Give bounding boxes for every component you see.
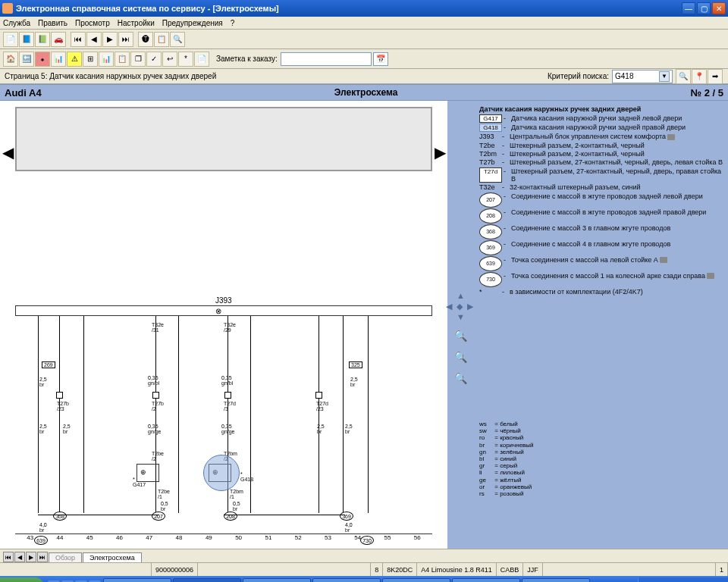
tool-btn[interactable]: 🔙 xyxy=(19,52,34,67)
start-button[interactable]: пуск xyxy=(0,577,44,582)
tool-btn[interactable]: 📗 xyxy=(35,32,50,47)
legend-row[interactable]: T2bm-Штекерный разъем, 2-контактный, чер… xyxy=(479,150,723,158)
legend-row[interactable]: T27d-Штекерный разъем, 27-контактный, че… xyxy=(479,167,723,183)
menu-help[interactable]: ? xyxy=(231,19,235,27)
note-input[interactable] xyxy=(281,52,372,66)
legend-row[interactable]: T2be-Штекерный разъем, 2-контактный, чер… xyxy=(479,142,723,149)
tool-btn[interactable]: 📋 xyxy=(115,52,130,67)
close-button[interactable]: ✕ xyxy=(712,2,726,14)
page-number: № 2 / 5 xyxy=(691,87,723,99)
page-prev-arrow[interactable]: ◀ xyxy=(2,139,13,166)
legend-row[interactable]: 639-Точка соединения с массой на левой с… xyxy=(479,256,723,271)
color-legend-row: or = оранжевый xyxy=(479,483,534,490)
legend-row[interactable]: 368-Соединение с массой 3 в главном жгут… xyxy=(479,224,723,239)
pan-right-arrow[interactable]: ▶ xyxy=(467,302,476,311)
zoom-in-icon[interactable]: 🔍 xyxy=(454,351,468,365)
color-legend-row: gn = зелёный xyxy=(479,449,534,455)
menu-warnings[interactable]: Предупреждения xyxy=(162,19,223,27)
legend-row[interactable]: *-в зависимости от комплектации (4F2/4K7… xyxy=(479,288,723,296)
minimize-button[interactable]: — xyxy=(682,2,695,14)
camera-icon[interactable] xyxy=(707,273,714,279)
tool-btn[interactable]: * xyxy=(178,52,193,67)
legend-symbol: T27d xyxy=(479,167,502,183)
toolbar-secondary: 🏠 🔙 ⬥ 📊 ⚠ ⊞ 📊 📋 ❐ ✓ ↩ * 📄 Заметка к зака… xyxy=(0,49,728,69)
tab-diagram[interactable]: Электросхема xyxy=(83,552,142,562)
zoom-out-icon[interactable]: 🔍 xyxy=(454,372,468,386)
tool-btn[interactable]: ⊞ xyxy=(83,52,98,67)
export-button[interactable]: ➡ xyxy=(708,69,723,84)
tool-btn[interactable]: 📋 xyxy=(154,32,169,47)
tool-btn[interactable]: ↩ xyxy=(162,52,177,67)
tool-btn[interactable]: 📊 xyxy=(99,52,114,67)
pan-center[interactable]: ◆ xyxy=(457,302,466,311)
pan-left-arrow[interactable]: ◀ xyxy=(446,302,455,311)
legend-row[interactable]: J393-Центральный блок управления систем … xyxy=(479,133,723,140)
tool-btn[interactable]: 🔍 xyxy=(170,32,185,47)
tab-last[interactable]: ⏭ xyxy=(37,552,48,562)
zoom-fit-icon[interactable]: 🔍 xyxy=(454,330,468,343)
tool-btn[interactable]: 📊 xyxy=(51,52,66,67)
bus-bar xyxy=(15,305,432,316)
nav-next-button[interactable]: ▶ xyxy=(102,32,118,47)
tab-overview[interactable]: Обзор xyxy=(49,552,82,562)
pan-up-arrow[interactable]: ▲ xyxy=(457,291,466,300)
legend-text: Датчика касания наружной ручки задней ле… xyxy=(511,114,723,123)
legend-text: Датчика касания наружной ручки задней пр… xyxy=(511,124,723,132)
calendar-button[interactable]: 📅 xyxy=(373,52,388,66)
menu-service[interactable]: Служба xyxy=(3,19,30,27)
tool-btn[interactable]: 📘 xyxy=(19,32,34,47)
legend-row[interactable]: T32e-32-контактный штекерный разъем, син… xyxy=(479,183,723,191)
legend-symbol: G418 xyxy=(479,124,502,132)
menu-view[interactable]: Просмотр xyxy=(75,19,110,27)
tool-btn[interactable]: 📄 xyxy=(194,52,209,67)
taskbar-item[interactable]: Схема монтажа … xyxy=(452,578,520,582)
tool-btn[interactable]: 🅣 xyxy=(138,32,153,47)
status-cyl: 8 xyxy=(371,563,383,576)
legend-row[interactable]: 369-Соединение с массой 4 в главном жгут… xyxy=(479,240,723,255)
tool-btn[interactable]: ⬥ xyxy=(35,52,50,67)
page-next-arrow[interactable]: ▶ xyxy=(435,139,445,166)
nav-prev-button[interactable]: ◀ xyxy=(86,32,102,47)
legend-row[interactable]: G417-Датчика касания наружной ручки задн… xyxy=(479,114,723,123)
menu-edit[interactable]: Править xyxy=(38,19,67,27)
color-legend-row: ws = белый xyxy=(479,421,534,427)
ccu-symbol: ⊗ xyxy=(215,307,221,315)
legend-symbol: 368 xyxy=(479,224,502,239)
locate-button[interactable]: 📍 xyxy=(692,69,707,84)
pan-down-arrow[interactable]: ▼ xyxy=(457,312,466,321)
maximize-button[interactable]: ▢ xyxy=(697,2,711,14)
doc-header: Audi A4 Электросхема № 2 / 5 xyxy=(0,84,728,101)
legend-row[interactable]: 207-Соединение с массой в жгуте проводов… xyxy=(479,192,723,208)
wiring-diagram[interactable]: J393 ⊗ T32e /31T32e /292693252,5 br2,5 b… xyxy=(15,107,432,549)
tool-btn[interactable]: ❐ xyxy=(130,52,146,67)
legend-row[interactable]: 730-Точка соединения с массой 1 на колес… xyxy=(479,272,723,287)
status-trans: JJF xyxy=(523,563,543,576)
tool-btn[interactable]: 🏠 xyxy=(3,52,18,67)
doc-type: Электросхема xyxy=(42,87,691,98)
tab-next[interactable]: ▶ xyxy=(26,552,36,562)
taskbar-item[interactable]: Clipboard - Irfan… xyxy=(382,578,450,582)
tool-btn[interactable]: ✓ xyxy=(146,52,162,67)
taskbar-item[interactable]: Электронная сп… xyxy=(173,578,241,582)
legend-row[interactable]: T27b-Штекерный разъем, 27-контактный, че… xyxy=(479,158,723,166)
tool-btn[interactable]: ⚠ xyxy=(67,52,82,67)
nav-last-button[interactable]: ⏭ xyxy=(118,32,133,47)
taskbar-item[interactable]: Яндекс - Windo… xyxy=(103,578,171,582)
criterion-select[interactable]: G418 ▼ xyxy=(612,70,673,83)
tab-first[interactable]: ⏮ xyxy=(3,552,14,562)
tool-btn[interactable]: 🚗 xyxy=(51,32,66,47)
taskbar-item[interactable]: Задняя левая д… xyxy=(312,578,381,582)
search-button[interactable]: 🔍 xyxy=(676,69,691,84)
camera-icon[interactable] xyxy=(660,257,667,263)
taskbar-item[interactable]: Принтеры и фа… xyxy=(243,578,311,582)
tab-prev[interactable]: ◀ xyxy=(14,552,25,562)
tool-btn[interactable]: 📄 xyxy=(3,32,18,47)
legend-text: Штекерный разъем, 2-контактный, черный xyxy=(510,142,723,149)
taskbar-item[interactable]: 1 - Программа п… xyxy=(522,578,590,582)
legend-row[interactable]: G418-Датчика касания наружной ручки задн… xyxy=(479,124,723,132)
legend-row[interactable]: 208-Соединение с массой в жгуте проводов… xyxy=(479,208,723,224)
camera-icon[interactable] xyxy=(667,134,675,140)
nav-first-button[interactable]: ⏮ xyxy=(71,32,86,47)
menu-settings[interactable]: Настройки xyxy=(118,19,155,27)
color-legend-row: ro = красный xyxy=(479,434,534,441)
